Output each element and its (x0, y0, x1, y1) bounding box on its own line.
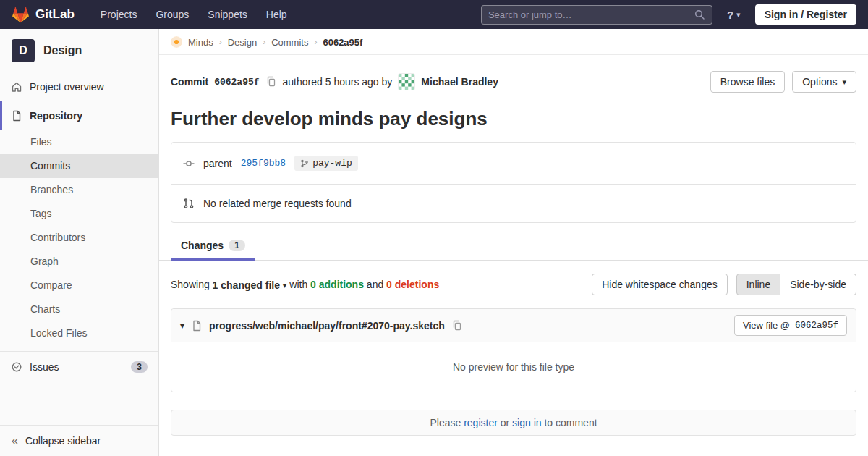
main-content: Minds › Design › Commits › 6062a95f Comm… (159, 29, 868, 456)
commit-actions: Browse files Options ▾ (710, 71, 856, 93)
project-header-link[interactable]: D Design (0, 29, 158, 72)
breadcrumb-separator-icon: › (314, 37, 317, 47)
please-label: Please (430, 417, 461, 428)
commit-sha: 6062a95f (214, 77, 259, 88)
breadcrumb-separator-icon: › (263, 37, 265, 47)
project-avatar: D (12, 39, 35, 62)
search-input[interactable] (488, 9, 694, 20)
chevron-down-icon: ▾ (842, 78, 846, 86)
side-by-side-view-button[interactable]: Side-by-side (780, 274, 856, 295)
sidebar-item-repository[interactable]: Repository (0, 101, 158, 130)
view-file-sha: 6062a95f (795, 321, 838, 331)
diff-summary-row: Showing 1 changed file ▾ with 0 addition… (159, 274, 868, 295)
commit-info-box: parent 295f9bb8 pay-wip No related m (171, 142, 856, 223)
sidebar-item-compare[interactable]: Compare (0, 274, 158, 297)
sidebar-item-label: Project overview (30, 81, 104, 93)
nav-item-help[interactable]: Help (259, 4, 294, 25)
commit-meta-row: Commit 6062a95f authored 5 hours ago by (159, 55, 868, 93)
inline-view-button[interactable]: Inline (736, 274, 780, 295)
breadcrumb-link-group[interactable]: Minds (188, 37, 213, 48)
breadcrumb-link-commits[interactable]: Commits (271, 37, 308, 48)
diff-file-path: progress/web/michael/pay/front#2070-pay.… (209, 320, 445, 332)
options-label: Options (802, 76, 837, 88)
help-icon: ? (727, 9, 733, 21)
sidebar-item-graph[interactable]: Graph (0, 250, 158, 274)
hide-whitespace-button[interactable]: Hide whitespace changes (592, 274, 728, 295)
showing-label: Showing (171, 279, 210, 290)
brand-name: GitLab (35, 7, 75, 22)
breadcrumb-link-project[interactable]: Design (228, 37, 257, 48)
to-comment-label: to comment (544, 417, 597, 428)
browse-files-button[interactable]: Browse files (710, 71, 785, 93)
copy-icon (265, 76, 277, 88)
sidebar-item-tags[interactable]: Tags (0, 202, 158, 226)
parent-commit-row: parent 295f9bb8 pay-wip (171, 143, 856, 184)
or-label: or (501, 417, 509, 428)
group-avatar (171, 36, 182, 48)
authored-text: authored 5 hours ago by (283, 76, 393, 88)
parent-label: parent (203, 158, 232, 169)
collapse-diff-caret-icon[interactable]: ▾ (180, 321, 184, 331)
related-mr-row: No related merge requests found (171, 184, 856, 222)
nav-item-snippets[interactable]: Snippets (200, 4, 254, 25)
tab-changes-label: Changes (181, 240, 224, 251)
options-dropdown-button[interactable]: Options ▾ (792, 71, 856, 93)
breadcrumb-separator-icon: › (219, 37, 222, 47)
merge-request-icon (183, 198, 195, 209)
parent-sha-link[interactable]: 295f9bb8 (241, 158, 286, 169)
search-icon (694, 9, 705, 20)
help-dropdown[interactable]: ? ▾ (727, 9, 741, 21)
copy-icon (451, 320, 463, 332)
changed-files-label: 1 changed file (213, 279, 280, 291)
tab-changes[interactable]: Changes 1 (171, 230, 255, 261)
no-related-mr-text: No related merge requests found (203, 198, 352, 209)
sidebar-item-commits[interactable]: Commits (0, 154, 158, 178)
author-avatar[interactable] (398, 73, 415, 90)
sidebar-item-files[interactable]: Files (0, 130, 158, 154)
ref-name: pay-wip (312, 158, 352, 169)
breadcrumb: Minds › Design › Commits › 6062a95f (159, 29, 868, 55)
changes-count-badge: 1 (229, 240, 245, 251)
nav-item-groups[interactable]: Groups (148, 4, 196, 25)
copy-commit-sha-button[interactable] (265, 76, 277, 88)
register-link[interactable]: register (464, 417, 498, 428)
sidebar-item-project-overview[interactable]: Project overview (0, 72, 158, 101)
view-file-button[interactable]: View file @ 6062a95f (734, 315, 847, 336)
branch-icon (300, 159, 309, 168)
repository-subnav: Files Commits Branches Tags Contributors… (0, 130, 158, 345)
repository-icon (11, 110, 22, 122)
breadcrumb-current-sha: 6062a95f (323, 37, 362, 48)
sidebar-item-label: Repository (30, 110, 82, 122)
sidebar-item-charts[interactable]: Charts (0, 297, 158, 321)
author-name-link[interactable]: Michael Bradley (421, 76, 498, 88)
sign-in-link[interactable]: sign in (512, 417, 541, 428)
commit-title: Further develop minds pay designs (171, 107, 856, 130)
additions-count: 0 additions (310, 279, 364, 290)
sign-in-register-button[interactable]: Sign in / Register (755, 4, 856, 25)
sidebar-item-locked-files[interactable]: Locked Files (0, 321, 158, 345)
sidebar-item-label: Issues (30, 361, 59, 373)
ref-branch-pill[interactable]: pay-wip (294, 156, 358, 171)
diff-file-box: ▾ progress/web/michael/pay/front#2070-pa… (171, 308, 856, 392)
diff-view-controls: Hide whitespace changes Inline Side-by-s… (592, 274, 856, 295)
and-label: and (367, 279, 383, 290)
collapse-chevrons-icon: « (12, 435, 18, 447)
project-sidebar: D Design Project overview Repository Fil… (0, 29, 159, 456)
collapse-sidebar-label: Collapse sidebar (25, 435, 101, 447)
file-icon (191, 320, 203, 332)
gitlab-home-link[interactable]: GitLab (12, 6, 75, 23)
sidebar-item-contributors[interactable]: Contributors (0, 226, 158, 250)
with-label: with (289, 279, 307, 290)
chevron-down-icon: ▾ (283, 280, 287, 289)
comment-signin-bar: Please register or sign in to comment (171, 410, 856, 436)
changed-files-dropdown[interactable]: 1 changed file ▾ (213, 279, 287, 290)
deletions-count: 0 deletions (386, 279, 439, 290)
commit-label: Commit (171, 76, 208, 88)
top-navbar: GitLab Projects Groups Snippets Help ? ▾… (0, 0, 868, 29)
issues-count-badge: 3 (131, 361, 148, 373)
sidebar-item-issues[interactable]: Issues 3 (0, 351, 158, 382)
nav-item-projects[interactable]: Projects (93, 4, 145, 25)
sidebar-item-branches[interactable]: Branches (0, 178, 158, 202)
collapse-sidebar-button[interactable]: « Collapse sidebar (0, 425, 158, 456)
copy-file-path-button[interactable] (451, 320, 463, 332)
